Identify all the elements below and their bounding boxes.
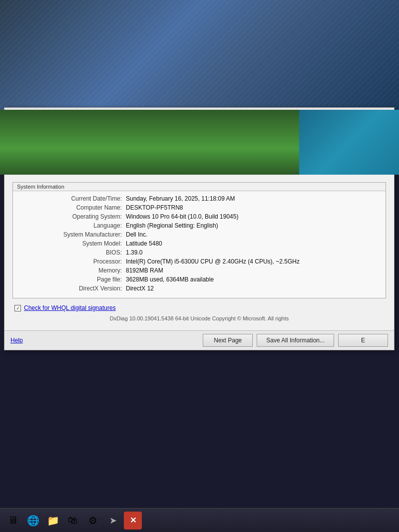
label-directx: DirectX Version: bbox=[21, 285, 126, 292]
value-model: Latitude 5480 bbox=[126, 240, 162, 247]
info-row-pagefile: Page file: 3628MB used, 6364MB available bbox=[21, 276, 378, 283]
next-page-button[interactable]: Next Page bbox=[203, 334, 253, 347]
value-manufacturer: Dell Inc. bbox=[126, 231, 147, 238]
info-row-model: System Model: Latitude 5480 bbox=[21, 240, 378, 247]
label-manufacturer: System Manufacturer: bbox=[21, 231, 126, 238]
help-link[interactable]: Help bbox=[10, 337, 23, 344]
info-row-manufacturer: System Manufacturer: Dell Inc. bbox=[21, 231, 378, 238]
label-model: System Model: bbox=[21, 240, 126, 247]
label-bios: BIOS: bbox=[21, 249, 126, 256]
label-computername: Computer Name: bbox=[21, 204, 126, 211]
window-footer: Help Next Page Save All Information... E bbox=[4, 330, 394, 350]
info-row-computername: Computer Name: DESKTOP-PF5TRN8 bbox=[21, 204, 378, 211]
value-memory: 8192MB RAM bbox=[126, 267, 163, 274]
info-row-bios: BIOS: 1.39.0 bbox=[21, 249, 378, 256]
label-os: Operating System: bbox=[21, 213, 126, 220]
edge-icon[interactable]: 🌐 bbox=[24, 512, 42, 530]
value-computername: DESKTOP-PF5TRN8 bbox=[126, 204, 183, 211]
label-language: Language: bbox=[21, 222, 126, 229]
value-language: English (Regional Setting: English) bbox=[126, 222, 218, 229]
save-all-information-button[interactable]: Save All Information... bbox=[257, 334, 334, 347]
value-os: Windows 10 Pro 64-bit (10.0, Build 19045… bbox=[126, 213, 238, 220]
label-memory: Memory: bbox=[21, 267, 126, 274]
info-row-os: Operating System: Windows 10 Pro 64-bit … bbox=[21, 213, 378, 220]
arrow-icon[interactable]: ➤ bbox=[104, 512, 122, 530]
system-information-section: System Information Current Date/Time: Su… bbox=[12, 182, 386, 298]
section-header: System Information bbox=[13, 183, 386, 191]
value-pagefile: 3628MB used, 6364MB available bbox=[126, 276, 214, 283]
value-processor: Intel(R) Core(TM) i5-6300U CPU @ 2.40GHz… bbox=[126, 258, 300, 265]
whql-checkbox[interactable]: ✓ bbox=[14, 305, 21, 311]
footer-version-text: DxDiag 10.00.19041.5438 64-bit Unicode C… bbox=[12, 315, 386, 321]
settings-icon[interactable]: ⚙ bbox=[84, 512, 102, 530]
label-pagefile: Page file: bbox=[21, 276, 126, 283]
value-bios: 1.39.0 bbox=[126, 249, 142, 256]
x-close-icon[interactable]: ✕ bbox=[124, 512, 142, 530]
info-row-language: Language: English (Regional Setting: Eng… bbox=[21, 222, 378, 229]
value-directx: DirectX 12 bbox=[126, 285, 154, 292]
label-processor: Processor: bbox=[21, 258, 126, 265]
info-row-processor: Processor: Intel(R) Core(TM) i5-6300U CP… bbox=[21, 258, 378, 265]
store-icon[interactable]: 🛍 bbox=[64, 512, 82, 530]
section-content: Current Date/Time: Sunday, February 16, … bbox=[13, 191, 386, 298]
files-icon[interactable]: 📁 bbox=[44, 512, 62, 530]
value-datetime: Sunday, February 16, 2025, 11:18:09 AM bbox=[126, 195, 235, 202]
desktop-bottom-background bbox=[0, 110, 399, 175]
desktop-top-background bbox=[0, 0, 399, 110]
start-icon[interactable]: 🖥 bbox=[4, 512, 22, 530]
whql-label[interactable]: Check for WHQL digital signatures bbox=[24, 304, 116, 311]
taskbar: 🖥 🌐 📁 🛍 ⚙ ➤ ✕ bbox=[0, 508, 399, 532]
info-row-datetime: Current Date/Time: Sunday, February 16, … bbox=[21, 195, 378, 202]
info-row-directx: DirectX Version: DirectX 12 bbox=[21, 285, 378, 292]
info-row-memory: Memory: 8192MB RAM bbox=[21, 267, 378, 274]
label-datetime: Current Date/Time: bbox=[21, 195, 126, 202]
exit-button[interactable]: E bbox=[338, 334, 388, 347]
whql-checkbox-row[interactable]: ✓ Check for WHQL digital signatures bbox=[12, 304, 386, 311]
